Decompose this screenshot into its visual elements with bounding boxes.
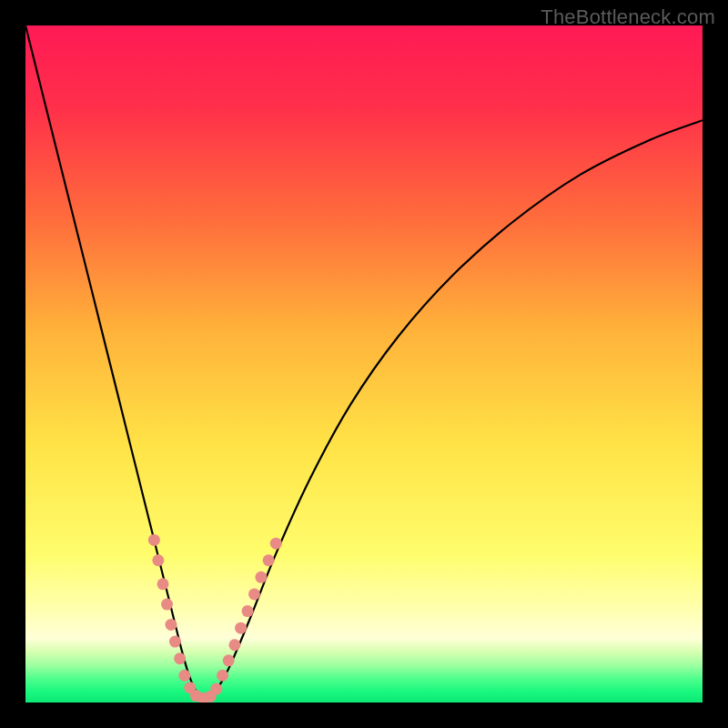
highlight-dot: [148, 534, 160, 546]
highlight-dot: [235, 622, 247, 634]
highlight-dot: [263, 554, 275, 566]
highlight-dot: [152, 554, 164, 566]
highlight-dot: [157, 578, 169, 590]
chart-frame: TheBottleneck.com: [0, 0, 728, 728]
highlight-dot: [248, 588, 260, 600]
highlight-dot: [223, 654, 235, 666]
watermark-text: TheBottleneck.com: [541, 5, 715, 29]
highlight-dot: [178, 670, 190, 682]
highlight-dot: [228, 639, 240, 651]
highlight-dot: [174, 652, 186, 664]
bottleneck-curve: [25, 25, 703, 700]
highlight-dot: [255, 571, 267, 583]
highlight-dot: [270, 538, 282, 550]
highlight-dots: [148, 534, 282, 703]
plot-area: [25, 25, 703, 703]
highlight-dot: [161, 599, 173, 611]
highlight-dot: [165, 619, 177, 631]
chart-svg: [25, 25, 703, 703]
highlight-dot: [169, 636, 181, 648]
highlight-dot: [242, 605, 254, 617]
highlight-dot: [210, 683, 222, 695]
highlight-dot: [217, 670, 228, 682]
